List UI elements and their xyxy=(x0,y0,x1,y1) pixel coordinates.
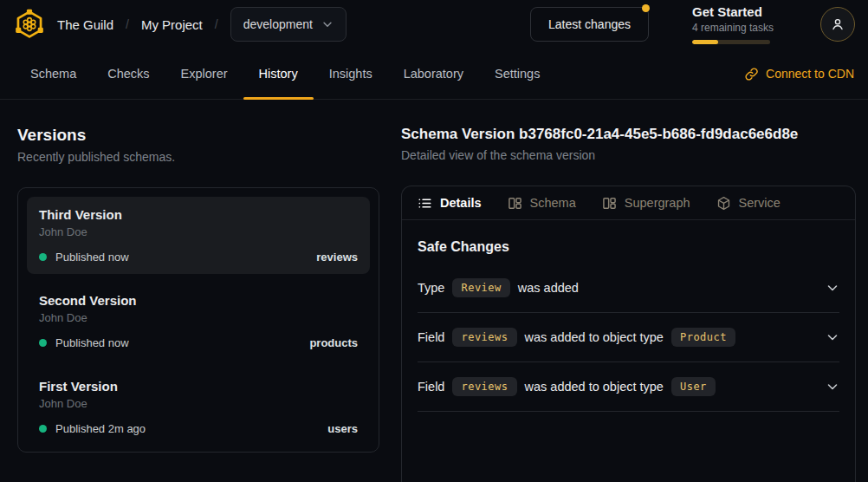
columns-icon xyxy=(508,196,522,211)
version-author: John Doe xyxy=(39,311,358,324)
detail-tab-supergraph[interactable]: Supergraph xyxy=(602,196,690,211)
user-icon xyxy=(829,16,846,33)
version-detail-subtitle: Detailed view of the schema version xyxy=(401,148,856,162)
notification-dot xyxy=(642,4,650,12)
nav-tab-label: History xyxy=(259,67,298,81)
version-status: Published now xyxy=(55,336,129,349)
nav-tab-label: Settings xyxy=(495,67,540,81)
version-detail-card: Details Schema Supergraph Service Safe C… xyxy=(401,186,856,482)
version-status: Published now xyxy=(55,251,129,264)
safe-changes-title: Safe Changes xyxy=(418,239,839,255)
nav-tab-label: Insights xyxy=(329,67,372,81)
connect-to-cdn-link[interactable]: Connect to CDN xyxy=(744,49,854,99)
version-service-name: reviews xyxy=(316,251,358,264)
change-text-fragment: was added to object type xyxy=(525,330,664,344)
breadcrumb-separator: / xyxy=(215,17,218,31)
nav-tab-checks[interactable]: Checks xyxy=(92,49,165,99)
detail-tab-label: Details xyxy=(440,196,482,210)
versions-panel: Versions Recently published schemas. Thi… xyxy=(17,100,379,482)
versions-list: Third Version John Doe Published now rev… xyxy=(17,187,379,453)
version-detail-panel: Schema Version b3768fc0-21a4-45e5-b686-f… xyxy=(401,100,856,482)
breadcrumb: The Guild / My Project / development xyxy=(57,7,347,42)
schema-change-row[interactable]: Fieldreviewswas added to object typeProd… xyxy=(418,313,839,362)
get-started-progress xyxy=(692,40,770,44)
nav-tab-insights[interactable]: Insights xyxy=(314,49,388,99)
change-text-fragment: was added xyxy=(518,281,579,295)
change-text-fragment: Field xyxy=(418,330,444,344)
version-detail-tabs: Details Schema Supergraph Service xyxy=(402,186,855,220)
detail-tab-label: Service xyxy=(739,196,781,210)
user-menu-button[interactable] xyxy=(820,7,855,42)
change-text-fragment: Field xyxy=(418,380,444,394)
columns-icon xyxy=(602,196,617,211)
latest-changes-label: Latest changes xyxy=(548,17,631,31)
topbar: The Guild / My Project / development Lat… xyxy=(0,0,868,49)
target-select[interactable]: development xyxy=(230,7,347,42)
nav-tab-explorer[interactable]: Explorer xyxy=(165,49,243,99)
version-card[interactable]: Second Version John Doe Published now pr… xyxy=(27,283,370,360)
main-content: Versions Recently published schemas. Thi… xyxy=(0,100,868,482)
version-service-name: products xyxy=(309,336,358,349)
target-select-value: development xyxy=(243,17,313,31)
changes-list: TypeReviewwas added Fieldreviewswas adde… xyxy=(418,264,839,412)
change-code-badge: reviews xyxy=(452,328,516,347)
primary-nav: Schema Checks Explorer History Insights … xyxy=(0,49,868,100)
published-dot xyxy=(39,339,47,347)
detail-tab-details[interactable]: Details xyxy=(418,196,482,211)
change-code-badge: reviews xyxy=(452,377,516,396)
breadcrumb-project[interactable]: My Project xyxy=(141,17,203,32)
version-title: Second Version xyxy=(39,293,358,308)
change-code-badge: User xyxy=(671,377,716,396)
detail-tab-schema[interactable]: Schema xyxy=(508,196,576,211)
hive-logo-icon[interactable] xyxy=(14,9,45,40)
version-detail-content: Safe Changes TypeReviewwas added Fieldre… xyxy=(402,239,855,412)
version-card[interactable]: First Version John Doe Published 2m ago … xyxy=(27,368,370,446)
nav-tab-schema[interactable]: Schema xyxy=(15,49,92,99)
change-code-badge: Product xyxy=(671,328,735,347)
chevron-down-icon xyxy=(826,380,839,394)
version-author: John Doe xyxy=(39,397,358,410)
cube-icon xyxy=(716,196,731,211)
nav-tab-label: Schema xyxy=(30,67,76,81)
nav-tab-settings[interactable]: Settings xyxy=(479,49,555,99)
detail-tab-label: Schema xyxy=(530,196,576,210)
get-started-widget[interactable]: Get Started 4 remaining tasks xyxy=(692,4,770,43)
published-dot xyxy=(39,253,47,261)
get-started-title: Get Started xyxy=(692,4,770,19)
nav-tab-history[interactable]: History xyxy=(243,49,314,99)
versions-title: Versions xyxy=(17,126,379,145)
version-title: Third Version xyxy=(39,207,358,222)
connect-to-cdn-label: Connect to CDN xyxy=(766,67,854,81)
schema-change-row[interactable]: Fieldreviewswas added to object typeUser xyxy=(418,362,839,412)
published-dot xyxy=(39,425,47,433)
nav-tab-label: Checks xyxy=(107,67,149,81)
version-card[interactable]: Third Version John Doe Published now rev… xyxy=(27,197,370,274)
latest-changes-button[interactable]: Latest changes xyxy=(530,7,649,42)
version-status: Published 2m ago xyxy=(55,422,146,435)
list-icon xyxy=(418,196,432,211)
detail-tab-label: Supergraph xyxy=(625,196,690,210)
chevron-down-icon xyxy=(826,330,839,344)
breadcrumb-org[interactable]: The Guild xyxy=(57,17,113,32)
breadcrumb-separator: / xyxy=(126,17,129,31)
change-code-badge: Review xyxy=(452,278,509,297)
get-started-progress-fill xyxy=(692,40,718,44)
link-icon xyxy=(744,67,759,81)
version-detail-title: Schema Version b3768fc0-21a4-45e5-b686-f… xyxy=(401,126,856,143)
version-title: First Version xyxy=(39,379,358,394)
schema-change-text: Fieldreviewswas added to object typeProd… xyxy=(418,328,735,347)
nav-tab-laboratory[interactable]: Laboratory xyxy=(388,49,479,99)
schema-change-row[interactable]: TypeReviewwas added xyxy=(418,264,839,313)
nav-tab-label: Laboratory xyxy=(404,67,463,81)
version-author: John Doe xyxy=(39,225,358,238)
schema-change-text: TypeReviewwas added xyxy=(418,278,579,297)
chevron-down-icon xyxy=(321,18,334,30)
primary-tabs: Schema Checks Explorer History Insights … xyxy=(15,49,555,99)
nav-tab-label: Explorer xyxy=(181,67,228,81)
schema-change-text: Fieldreviewswas added to object typeUser xyxy=(418,377,716,396)
detail-tab-service[interactable]: Service xyxy=(716,196,781,211)
change-text-fragment: was added to object type xyxy=(525,380,664,394)
change-text-fragment: Type xyxy=(418,281,444,295)
get-started-subtitle: 4 remaining tasks xyxy=(692,22,770,34)
chevron-down-icon xyxy=(826,281,839,295)
